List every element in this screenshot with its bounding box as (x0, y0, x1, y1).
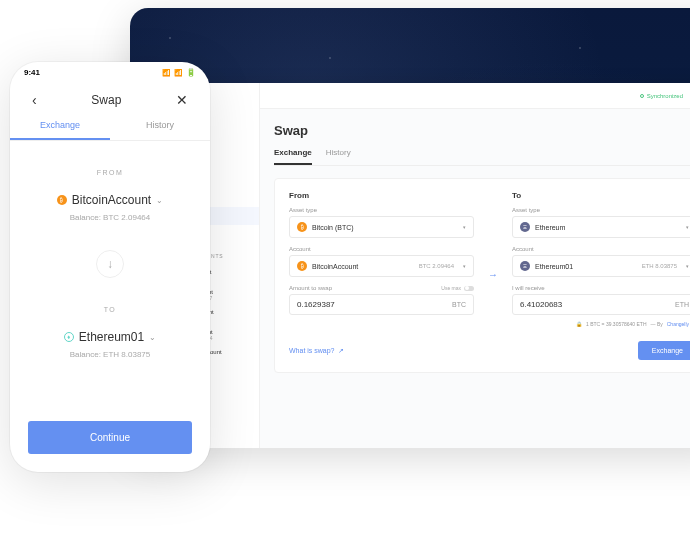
asset-name: Bitcoin (BTC) (312, 224, 458, 231)
phone-tab-exchange[interactable]: Exchange (10, 120, 110, 140)
phone-statusbar: 9:41 📶 📶 🔋 (10, 68, 210, 77)
what-is-swap-link[interactable]: What is swap? ↗ (289, 347, 344, 355)
desktop-app: Menu ◳Portfolio ▢Accounts ↗Send ↙Receive… (148, 83, 690, 448)
ethereum-icon: ♦ (64, 332, 74, 342)
asset-name: Ethereum (535, 224, 681, 231)
swap-direction-button[interactable]: ↓ (96, 250, 124, 278)
account-balance: BTC 2.09464 (419, 263, 454, 269)
chevron-down-icon: ▾ (463, 263, 466, 269)
to-label: To (28, 306, 192, 313)
mobile-phone: 9:41 📶 📶 🔋 ‹ Swap ✕ Exchange History Fro… (10, 62, 210, 472)
bitcoin-icon: ₿ (297, 222, 307, 232)
amount-value: 0.1629387 (297, 300, 335, 309)
phone-tab-history[interactable]: History (110, 120, 210, 140)
amount-label: Amount to swap Use max (289, 285, 474, 291)
to-column: To Asset type Ξ Ethereum ▾ Account Ξ Eth… (512, 191, 690, 327)
chevron-down-icon: ▾ (686, 263, 689, 269)
account-label: Account (289, 246, 474, 252)
wifi-icon: 📶 (174, 69, 183, 77)
receive-label: I will receive i (512, 285, 690, 291)
to-title: To (512, 191, 690, 200)
amount-unit: BTC (452, 301, 466, 308)
tab-history[interactable]: History (326, 148, 351, 165)
chevron-down-icon: ⌄ (149, 333, 156, 342)
external-link-icon: ↗ (338, 347, 344, 355)
sync-icon (640, 94, 644, 98)
status-time: 9:41 (24, 68, 40, 77)
provider-link[interactable]: Changelly (667, 321, 689, 327)
account-name: Ethereum01 (535, 263, 637, 270)
from-balance: Balance: BTC 2.09464 (28, 213, 192, 222)
tab-exchange[interactable]: Exchange (274, 148, 312, 165)
asset-type-label: Asset type (512, 207, 690, 213)
desktop-window: Menu ◳Portfolio ▢Accounts ↗Send ↙Receive… (130, 8, 690, 448)
account-balance: ETH 8.03875 (642, 263, 677, 269)
receive-value: 6.41020683 (520, 300, 562, 309)
sync-status: Synchronized (640, 93, 683, 99)
continue-button[interactable]: Continue (28, 421, 192, 454)
amount-input[interactable]: 0.1629387 BTC (289, 294, 474, 315)
swap-direction-arrow-icon: → (488, 269, 498, 280)
account-label: Account (512, 246, 690, 252)
to-account-select[interactable]: ♦ Ethereum01 ⌄ (28, 325, 192, 344)
phone-title: Swap (91, 93, 121, 107)
bitcoin-icon: ₿ (57, 195, 67, 205)
from-label: From (28, 169, 192, 176)
phone-header: ‹ Swap ✕ (28, 92, 192, 108)
exchange-button[interactable]: Exchange (638, 341, 690, 360)
main-content: Synchronized 👁 ⚙ Swap Exchange History F… (260, 83, 690, 448)
from-asset-select[interactable]: ₿ Bitcoin (BTC) ▾ (289, 216, 474, 238)
asset-type-label: Asset type (289, 207, 474, 213)
chevron-down-icon: ▾ (686, 224, 689, 230)
page-title: Swap (274, 123, 690, 138)
chevron-down-icon: ▾ (463, 224, 466, 230)
desktop-tabs: Exchange History (274, 148, 690, 166)
back-button[interactable]: ‹ (32, 92, 37, 108)
to-account: Ethereum01 (79, 330, 144, 344)
to-account-select[interactable]: Ξ Ethereum01 ETH 8.03875 ▾ (512, 255, 690, 277)
receive-output: 6.41020683 ETH (512, 294, 690, 315)
page-content: Swap Exchange History From Asset type ₿ … (260, 109, 690, 387)
swap-footer: What is swap? ↗ Exchange (289, 341, 690, 360)
use-max-toggle[interactable]: Use max (441, 285, 474, 291)
rate-by: — By (651, 321, 663, 327)
signal-icon: 📶 (162, 69, 171, 77)
rate-row: 🔒 1 BTC = 39.30578640 ETH — By Changelly… (512, 321, 690, 327)
sync-label: Synchronized (647, 93, 683, 99)
to-asset-select[interactable]: Ξ Ethereum ▾ (512, 216, 690, 238)
toggle-icon (464, 286, 474, 291)
receive-unit: ETH (675, 301, 689, 308)
topbar: Synchronized 👁 ⚙ (260, 83, 690, 109)
to-balance: Balance: ETH 8.03875 (28, 350, 192, 359)
battery-icon: 🔋 (186, 68, 196, 77)
phone-content: ‹ Swap ✕ Exchange History From ₿ Bitcoin… (10, 62, 210, 472)
from-title: From (289, 191, 474, 200)
from-account-select[interactable]: ₿ BitcoinAccount ⌄ (28, 188, 192, 207)
rate-text: 1 BTC = 39.30578640 ETH (586, 321, 646, 327)
from-account-select[interactable]: ₿ BitcoinAccount BTC 2.09464 ▾ (289, 255, 474, 277)
swap-panel: From Asset type ₿ Bitcoin (BTC) ▾ Accoun… (274, 178, 690, 373)
chevron-down-icon: ⌄ (156, 196, 163, 205)
ethereum-icon: Ξ (520, 261, 530, 271)
close-button[interactable]: ✕ (176, 92, 188, 108)
lock-icon: 🔒 (576, 321, 582, 327)
from-column: From Asset type ₿ Bitcoin (BTC) ▾ Accoun… (289, 191, 474, 315)
bitcoin-icon: ₿ (297, 261, 307, 271)
ethereum-icon: Ξ (520, 222, 530, 232)
account-name: BitcoinAccount (312, 263, 414, 270)
phone-tabs: Exchange History (10, 120, 210, 141)
from-account: BitcoinAccount (72, 193, 151, 207)
